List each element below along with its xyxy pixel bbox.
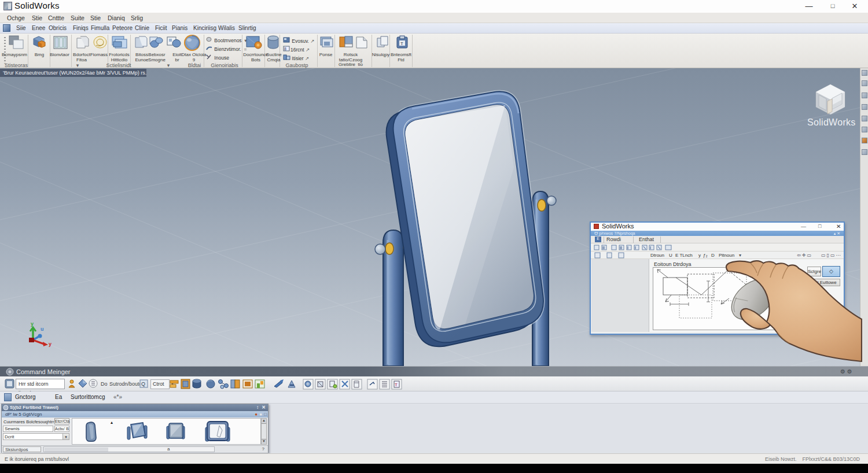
svg-text:u: u bbox=[41, 326, 44, 332]
svg-text:8: 8 bbox=[284, 47, 286, 51]
svg-text:Q: Q bbox=[141, 381, 145, 387]
svg-text:T: T bbox=[400, 41, 403, 46]
svg-text:y: y bbox=[31, 321, 34, 327]
svg-text:y: y bbox=[49, 341, 52, 347]
svg-text:T: T bbox=[395, 382, 398, 387]
